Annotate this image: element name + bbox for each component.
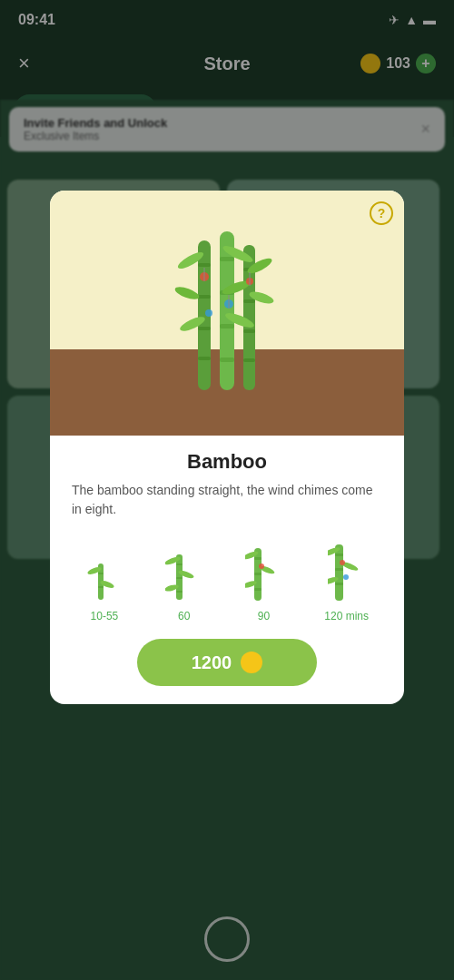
svg-point-26 bbox=[205, 309, 212, 317]
svg-rect-37 bbox=[176, 577, 183, 579]
buy-price: 1200 bbox=[192, 652, 232, 673]
svg-rect-8 bbox=[220, 324, 234, 328]
svg-rect-51 bbox=[335, 554, 343, 556]
buy-coin-icon bbox=[241, 652, 262, 673]
svg-rect-9 bbox=[220, 358, 234, 362]
stage-3-icon bbox=[245, 541, 283, 604]
svg-rect-36 bbox=[176, 564, 183, 565]
svg-rect-1 bbox=[198, 263, 211, 267]
svg-rect-13 bbox=[243, 329, 255, 333]
stage-2-label: 60 bbox=[178, 610, 190, 622]
stage-3-label: 90 bbox=[258, 610, 270, 622]
svg-point-57 bbox=[340, 560, 345, 565]
svg-point-49 bbox=[259, 564, 264, 569]
stage-1-icon bbox=[85, 541, 123, 604]
svg-rect-52 bbox=[335, 568, 343, 571]
svg-rect-6 bbox=[220, 257, 234, 261]
stage-2: 60 bbox=[165, 541, 203, 622]
bamboo-svg bbox=[173, 222, 281, 404]
svg-rect-45 bbox=[254, 588, 262, 591]
svg-rect-12 bbox=[243, 299, 255, 303]
svg-rect-53 bbox=[335, 583, 343, 585]
modal-description: The bamboo standing straight, the wind c… bbox=[50, 481, 404, 534]
svg-rect-50 bbox=[335, 544, 343, 601]
bamboo-modal: ? bbox=[50, 191, 404, 704]
modal-title: Bamboo bbox=[50, 436, 404, 481]
svg-rect-14 bbox=[243, 358, 255, 362]
svg-rect-3 bbox=[198, 327, 211, 330]
svg-rect-43 bbox=[254, 557, 262, 560]
stage-4-icon bbox=[328, 541, 366, 604]
svg-rect-32 bbox=[98, 586, 104, 588]
stage-3: 90 bbox=[245, 541, 283, 622]
buy-button-area: 1200 bbox=[50, 639, 404, 686]
svg-rect-4 bbox=[198, 357, 211, 360]
help-icon[interactable]: ? bbox=[370, 201, 393, 225]
svg-rect-31 bbox=[98, 573, 104, 574]
svg-rect-2 bbox=[198, 295, 211, 299]
stage-1-label: 10-55 bbox=[91, 610, 119, 622]
stage-2-icon bbox=[165, 541, 203, 604]
svg-rect-44 bbox=[254, 573, 262, 575]
modal-image-area: ? bbox=[50, 191, 404, 436]
stage-4: 120 mins bbox=[324, 541, 369, 622]
stage-1: 10-55 bbox=[85, 541, 123, 622]
growth-stages: 10-55 60 bbox=[50, 534, 404, 626]
svg-rect-38 bbox=[176, 591, 183, 593]
stage-4-label: 120 mins bbox=[324, 610, 369, 622]
svg-point-58 bbox=[343, 574, 349, 580]
svg-point-16 bbox=[173, 285, 201, 302]
buy-button[interactable]: 1200 bbox=[137, 639, 318, 686]
